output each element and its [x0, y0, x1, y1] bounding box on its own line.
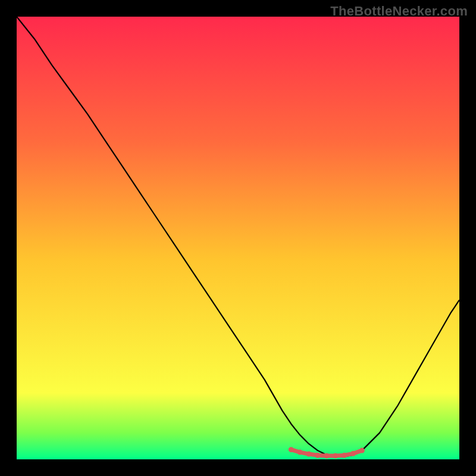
optimal-range-marker	[333, 453, 338, 459]
optimal-range-marker	[315, 453, 320, 458]
optimal-range-marker	[359, 448, 365, 453]
watermark-text: TheBottleNecker.com	[330, 4, 468, 19]
optimal-range-marker	[324, 453, 329, 459]
bottleneck-chart-svg	[17, 17, 459, 459]
gradient-background	[17, 17, 459, 459]
plot-area	[17, 17, 459, 459]
chart-frame: TheBottleNecker.com	[0, 0, 476, 476]
optimal-range-marker	[298, 450, 303, 455]
optimal-range-marker	[350, 451, 356, 456]
optimal-range-marker	[342, 453, 347, 458]
optimal-range-marker	[289, 447, 294, 452]
optimal-range-marker	[306, 452, 312, 457]
